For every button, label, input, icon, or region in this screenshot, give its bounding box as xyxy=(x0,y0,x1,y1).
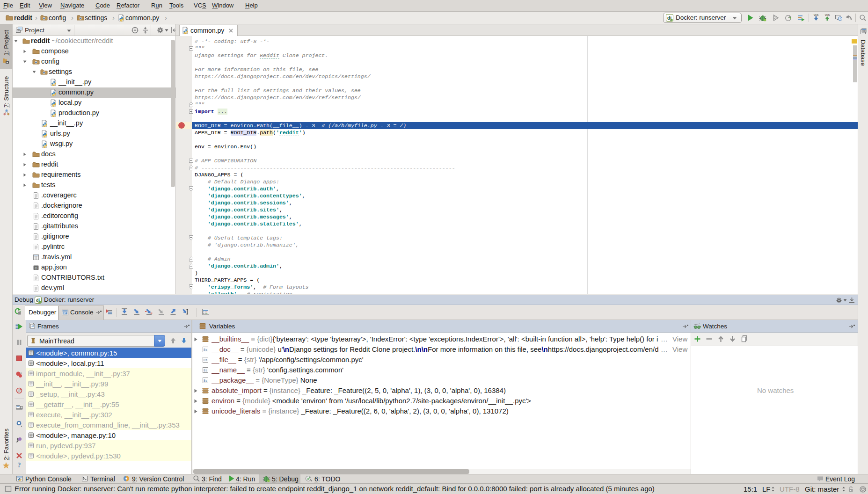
svg-text:VCS: VCS xyxy=(814,14,819,16)
svg-text:?: ? xyxy=(18,462,21,469)
svg-text:8s: 8s xyxy=(204,369,207,372)
svg-text:8s: 8s xyxy=(204,358,207,362)
svg-text:8s: 8s xyxy=(204,379,207,383)
svg-text:8s: 8s xyxy=(204,348,207,352)
svg-text:{ }: { } xyxy=(35,267,37,269)
svg-text:VCS: VCS xyxy=(825,14,830,16)
